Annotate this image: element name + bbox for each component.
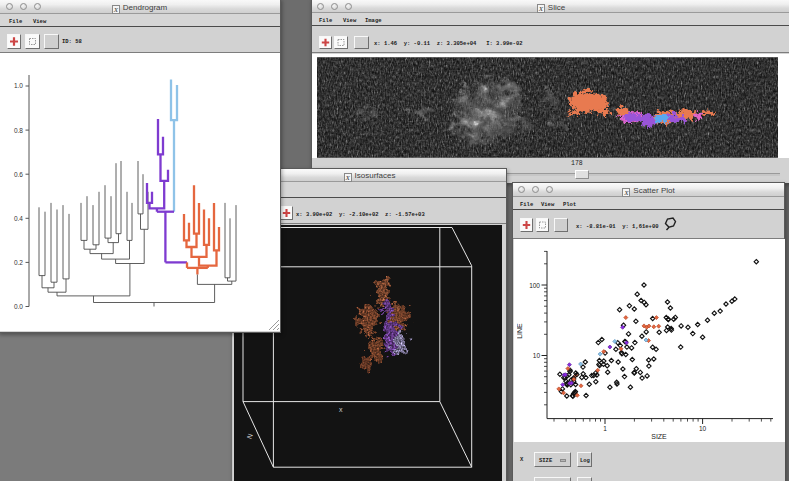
svg-text:SIZE: SIZE — [651, 433, 667, 440]
svg-text:10: 10 — [533, 352, 541, 359]
svg-text:0.8: 0.8 — [14, 127, 23, 134]
svg-text:1: 1 — [603, 425, 607, 432]
svg-text:0.2: 0.2 — [14, 259, 23, 266]
svg-text:N: N — [246, 433, 254, 440]
svg-text:100: 100 — [529, 282, 540, 289]
svg-text:1.0: 1.0 — [14, 82, 23, 89]
svg-text:0.0: 0.0 — [14, 303, 23, 310]
svg-text:10: 10 — [699, 425, 707, 432]
svg-text:LINE: LINE — [517, 323, 523, 339]
svg-text:x: x — [339, 406, 343, 413]
svg-text:0.4: 0.4 — [14, 215, 23, 222]
svg-text:0.6: 0.6 — [14, 171, 23, 178]
